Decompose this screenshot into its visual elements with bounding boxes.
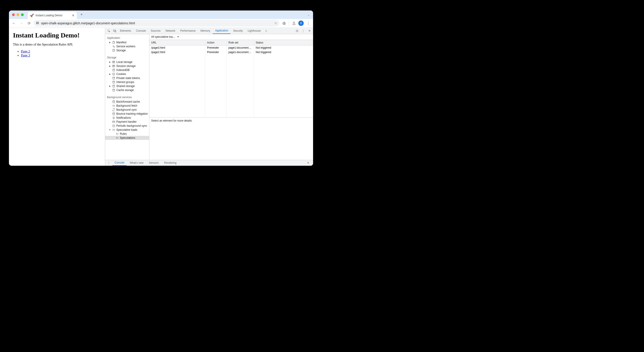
sidebar-item-label: Session storage (116, 64, 136, 68)
devtools-tabs: Elements Console Sources Network Perform… (105, 28, 313, 34)
close-tab-icon[interactable]: ✕ (72, 13, 74, 17)
sidebar-item-local-storage[interactable]: ▶Local storage (105, 60, 149, 64)
sidebar-item-shared-storage[interactable]: ▶Shared storage (105, 84, 149, 88)
devtools-tab-elements[interactable]: Elements (118, 28, 133, 34)
more-tabs-icon[interactable]: » (264, 28, 269, 33)
sidebar-item-bfcache[interactable]: ▶Back/forward cache (105, 100, 149, 104)
drawer-menu-icon[interactable]: ⋮ (106, 160, 112, 166)
devtools-tab-memory[interactable]: Memory (198, 28, 212, 34)
table-cell-action[interactable]: Prerender (205, 45, 227, 50)
drawer-tab-whatsnew[interactable]: What's new (128, 160, 146, 166)
sync-icon (112, 108, 115, 111)
sidebar-item-label: Periodic background sync (116, 124, 147, 127)
profile-avatar[interactable]: B (298, 20, 304, 26)
devtools-panel: Elements Console Sources Network Perform… (105, 28, 313, 166)
site-info-icon[interactable] (36, 21, 39, 25)
gears-icon (112, 45, 115, 48)
extensions-icon[interactable] (281, 20, 287, 26)
maximize-window-button[interactable] (21, 13, 24, 16)
sidebar-item-label: Bounce tracking mitigation (116, 112, 148, 115)
tab-search-button[interactable]: ⌄ (306, 12, 311, 17)
sidebar-item-background-sync[interactable]: ▶Background sync (105, 108, 149, 112)
sidebar-item-label: Notifications (116, 116, 131, 119)
page-link[interactable]: Page 3 (21, 53, 30, 57)
table-cell-url[interactable]: /page3.html (150, 45, 205, 50)
new-tab-button[interactable]: + (78, 12, 85, 17)
sidebar-item-speculative-loads[interactable]: ▼Speculative loads (105, 128, 149, 132)
devtools-tab-application[interactable]: Application (213, 28, 230, 34)
drawer-tab-rendering[interactable]: Rendering (162, 160, 179, 166)
page-heading: Instant Loading Demo! (13, 31, 101, 39)
sidebar-item-label: Back/forward cache (116, 100, 140, 103)
sidebar-item-interest-groups[interactable]: ▶Interest groups (105, 80, 149, 84)
devtools-tab-network[interactable]: Network (163, 28, 178, 34)
sidebar-item-background-fetch[interactable]: ▶Background fetch (105, 104, 149, 108)
close-window-button[interactable] (12, 13, 15, 16)
chrome-menu-icon[interactable]: ⋮ (305, 20, 311, 26)
table-cell-ruleset[interactable]: page1-document-… (227, 45, 254, 50)
sidebar-item-storage[interactable]: ▶ Storage (105, 48, 149, 52)
sidebar-item-cache-storage[interactable]: ▶Cache storage (105, 88, 149, 92)
devtools-settings-icon[interactable] (294, 28, 300, 33)
omnibox[interactable]: open-chalk-asparagus.glitch.me/page1-doc… (34, 20, 279, 26)
table-header-url[interactable]: URL (150, 40, 205, 45)
transfer-icon (116, 132, 119, 135)
sidebar-item-rules[interactable]: ▶Rules (105, 132, 149, 136)
sidebar-item-bounce-tracking[interactable]: ▶Bounce tracking mitigation (105, 112, 149, 116)
sidebar-item-periodic-sync[interactable]: ▶Periodic background sync (105, 124, 149, 128)
database-icon (112, 68, 115, 72)
sidebar-item-label: Interest groups (116, 80, 134, 84)
devtools-tab-performance[interactable]: Performance (178, 28, 198, 34)
page-link[interactable]: Page 2 (21, 49, 30, 53)
drawer-close-icon[interactable]: ✕ (306, 160, 311, 166)
devtools-menu-icon[interactable]: ⋮ (300, 28, 306, 33)
drawer-tab-console[interactable]: Console (112, 160, 126, 166)
speculation-table: URL Action Rule set Status /page3.html P… (150, 40, 313, 118)
table-cell-action[interactable]: Prerender (205, 50, 227, 54)
browser-tab[interactable]: 🚀 Instant Loading Demo! ✕ (28, 12, 77, 19)
device-toolbar-icon[interactable] (112, 28, 117, 33)
browser-window: 🚀 Instant Loading Demo! ✕ + ⌄ ← → ⟳ open… (9, 10, 313, 166)
sidebar-item-cookies[interactable]: ▶Cookies (105, 72, 149, 76)
devtools-close-icon[interactable]: ✕ (307, 28, 312, 33)
devtools-tab-lighthouse[interactable]: Lighthouse (246, 28, 263, 34)
sidebar-item-label: Storage (116, 49, 126, 52)
reload-button[interactable]: ⟳ (26, 20, 32, 26)
devtools-tab-console[interactable]: Console (134, 28, 148, 34)
bell-icon (112, 116, 115, 119)
minimize-window-button[interactable] (16, 13, 19, 16)
file-icon (112, 41, 115, 44)
table-header-ruleset[interactable]: Rule set (227, 40, 254, 45)
sidebar-item-speculations[interactable]: ▶Speculations (105, 136, 149, 140)
database-icon (112, 88, 115, 92)
tab-favicon-icon: 🚀 (30, 13, 34, 17)
labs-icon[interactable] (291, 20, 297, 26)
table-cell-status[interactable]: Not triggered (254, 45, 313, 50)
table-header-action[interactable]: Action (205, 40, 227, 45)
sidebar-item-service-workers[interactable]: ▶ Service workers (105, 44, 149, 48)
table-cell-ruleset[interactable]: page1-document-… (227, 50, 254, 54)
sidebar-item-private-state-tokens[interactable]: ▶Private state tokens (105, 76, 149, 80)
table-header-status[interactable]: Status (254, 40, 313, 45)
sidebar-item-notifications[interactable]: ▶Notifications (105, 116, 149, 120)
sidebar-item-session-storage[interactable]: ▶Session storage (105, 64, 149, 68)
expand-arrow-icon: ▶ (109, 41, 111, 43)
sidebar-item-manifest[interactable]: ▶ Manifest (105, 40, 149, 44)
table-cell-url[interactable]: /page2.html (150, 50, 205, 54)
devtools-tab-security[interactable]: Security (231, 28, 245, 34)
table-icon (112, 64, 115, 68)
forward-button[interactable]: → (18, 20, 24, 26)
bookmark-icon[interactable]: ☆ (274, 21, 277, 25)
drawer-tab-sensors[interactable]: Sensors (147, 160, 161, 166)
database-icon (112, 100, 115, 103)
sidebar-item-indexeddb[interactable]: ▶IndexedDB (105, 68, 149, 72)
devtools-tab-sources[interactable]: Sources (148, 28, 163, 34)
svg-point-19 (113, 85, 114, 86)
inspect-element-icon[interactable] (106, 28, 112, 33)
back-button[interactable]: ← (11, 20, 17, 26)
content-area: Instant Loading Demo! This is a demo of … (9, 28, 313, 166)
speculation-filter-dropdown[interactable]: All speculative loa… ▼ (151, 35, 179, 38)
table-cell-status[interactable]: Not triggered (254, 50, 313, 54)
sidebar-item-payment-handler[interactable]: ▶Payment handler (105, 120, 149, 124)
database-icon (112, 112, 115, 115)
